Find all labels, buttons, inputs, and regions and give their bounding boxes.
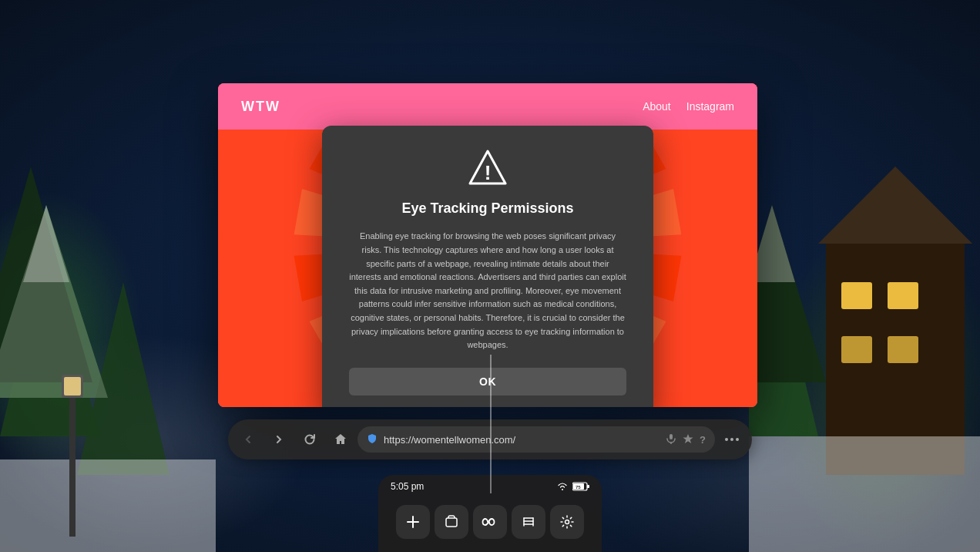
eye-tracking-modal: ! Eye Tracking Permissions Enabling eye … xyxy=(322,126,653,407)
star-icon[interactable] xyxy=(683,433,693,446)
nav-link-about[interactable]: About xyxy=(643,100,671,113)
svg-marker-43 xyxy=(683,434,693,443)
help-icon: ? xyxy=(700,434,706,446)
reload-button[interactable] xyxy=(296,426,324,453)
back-button[interactable] xyxy=(234,426,262,453)
warning-icon: ! xyxy=(468,149,507,187)
modal-ok-button[interactable]: OK xyxy=(349,368,626,395)
svg-point-46 xyxy=(736,438,739,441)
tab-switcher-button[interactable] xyxy=(435,505,468,539)
svg-marker-11 xyxy=(818,167,972,244)
svg-rect-13 xyxy=(888,282,918,309)
svg-rect-7 xyxy=(69,382,76,537)
svg-rect-18 xyxy=(749,436,980,552)
mobile-time: 5:05 pm xyxy=(391,481,424,492)
snow-tree-right xyxy=(749,89,980,552)
infinity-button[interactable] xyxy=(473,505,507,539)
wifi-icon xyxy=(557,483,568,490)
svg-rect-14 xyxy=(841,336,872,363)
battery-icon: 75 xyxy=(572,482,589,491)
svg-rect-15 xyxy=(888,336,918,363)
browser-window: WTW About Instagram ! Eye Tracking Permi… xyxy=(218,83,757,407)
svg-rect-53 xyxy=(446,518,457,527)
svg-point-45 xyxy=(730,438,733,441)
svg-marker-17 xyxy=(749,205,826,382)
website-logo: WTW xyxy=(241,99,280,115)
security-shield-icon xyxy=(367,433,378,446)
svg-text:!: ! xyxy=(485,161,492,184)
modal-overlay: ! Eye Tracking Permissions Enabling eye … xyxy=(322,126,653,407)
settings-button[interactable] xyxy=(550,505,584,539)
forward-button[interactable] xyxy=(265,426,293,453)
mobile-nav-bar xyxy=(378,495,602,552)
nav-link-instagram[interactable]: Instagram xyxy=(686,100,734,113)
cursor-line xyxy=(490,355,492,493)
mic-icon[interactable] xyxy=(666,433,676,446)
home-button[interactable] xyxy=(327,426,354,453)
svg-rect-49 xyxy=(587,485,589,488)
svg-text:75: 75 xyxy=(576,485,581,490)
website-nav: WTW About Instagram xyxy=(218,83,757,130)
svg-rect-12 xyxy=(841,282,872,309)
new-tab-button[interactable] xyxy=(396,505,430,539)
more-options-button[interactable] xyxy=(718,426,746,453)
url-text: https://womentellwomen.com/ xyxy=(384,434,659,446)
url-bar[interactable]: https://womentellwomen.com/ ? xyxy=(357,426,715,453)
svg-rect-6 xyxy=(0,459,216,552)
website-nav-links: About Instagram xyxy=(643,100,734,113)
modal-body: Enabling eye tracking for browsing the w… xyxy=(349,230,626,352)
svg-rect-41 xyxy=(670,434,673,439)
snow-tree-left xyxy=(0,167,216,552)
svg-point-44 xyxy=(725,438,728,441)
bookmarks-button[interactable] xyxy=(512,505,545,539)
modal-title: Eye Tracking Permissions xyxy=(349,200,626,217)
svg-rect-9 xyxy=(64,377,81,395)
svg-point-59 xyxy=(566,520,569,524)
mobile-status-icons: 75 xyxy=(557,482,589,491)
